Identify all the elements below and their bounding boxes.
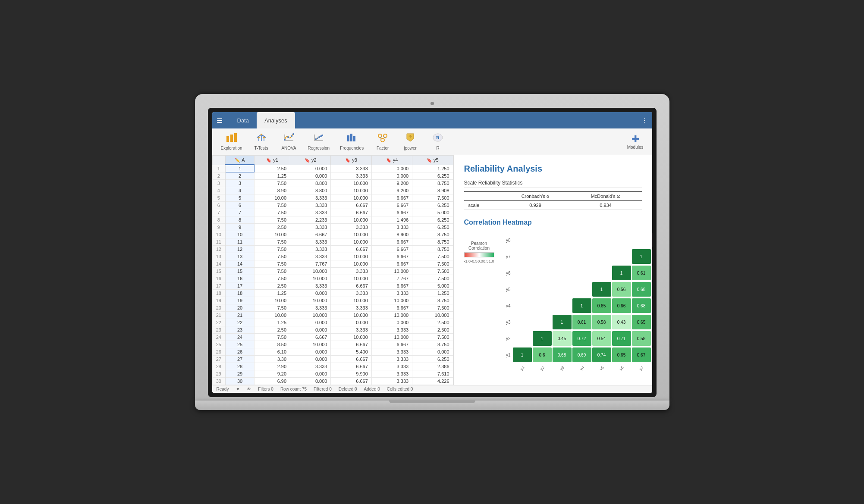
- top-bar: ☰ Data Analyses ⋮: [212, 112, 652, 128]
- reliability-row: scale 0.929 0.934: [464, 201, 642, 210]
- col-header-y4[interactable]: 🔖 y4: [371, 156, 412, 165]
- menu-icon[interactable]: ☰: [217, 116, 223, 125]
- ribbon-frequencies[interactable]: Frequencies: [336, 131, 368, 152]
- table-row: 20207.503.3333.3336.6677.500: [212, 304, 453, 312]
- table-row: 27273.300.0006.6673.3336.250: [212, 356, 453, 363]
- heatmap-cell: 0.71: [612, 331, 631, 346]
- svg-text:R: R: [436, 135, 440, 140]
- col-header-y2[interactable]: 🔖 y2: [290, 156, 331, 165]
- screen: ☰ Data Analyses ⋮: [212, 112, 652, 393]
- heatmap-cell: 0.74: [592, 347, 611, 362]
- heatmap-cell: 0.75: [652, 266, 652, 280]
- col-header-y5[interactable]: 🔖 y5: [412, 156, 453, 165]
- table-row: 448.908.80010.0009.2008.908: [212, 187, 453, 194]
- table-row: 30306.900.0006.6673.3334.226: [212, 378, 453, 385]
- col-header-y3[interactable]: 🔖 y3: [331, 156, 371, 165]
- svg-point-17: [318, 136, 320, 138]
- results-panel: Reliability Analysis Scale Reliability S…: [454, 155, 652, 385]
- col-y3-icon: 🔖: [345, 158, 350, 163]
- heatmap-row: y710.71: [501, 249, 652, 264]
- camera: [430, 102, 434, 105]
- heatmap-cell: 0.61: [572, 315, 591, 329]
- heatmap-row: y210.450.720.540.710.580.61: [501, 331, 652, 346]
- svg-rect-21: [350, 134, 352, 141]
- ribbon: Exploration T-Tests: [212, 128, 652, 155]
- table-row: 5510.003.33310.0006.6677.500: [212, 194, 453, 202]
- jpower-label: jpower: [404, 146, 416, 150]
- table-row: 24247.506.66710.00010.0007.500: [212, 334, 453, 341]
- regression-icon: [313, 133, 325, 145]
- table-row: 16167.5010.00010.0007.7677.500: [212, 275, 453, 282]
- table-row: 777.503.3336.6676.6675.000: [212, 209, 453, 216]
- heatmap-cell: [513, 282, 532, 297]
- factor-label: Factor: [377, 146, 389, 150]
- heatmap-cell: [513, 298, 532, 313]
- heatmap-cell: 0.68: [553, 347, 572, 362]
- table-row: 11117.503.33310.0006.6678.750: [212, 238, 453, 246]
- ribbon-exploration[interactable]: Exploration: [217, 131, 247, 152]
- heatmap-row-label: y1: [501, 353, 511, 357]
- svg-rect-0: [226, 136, 229, 142]
- heatmap-cell: [513, 315, 532, 329]
- heatmap-cell: [572, 249, 591, 264]
- tab-analyses[interactable]: Analyses: [257, 112, 295, 128]
- ribbon-modules[interactable]: ✚ Modules: [623, 132, 648, 151]
- ribbon-ttests[interactable]: T-Tests: [248, 131, 274, 152]
- factor-icon: [377, 133, 389, 145]
- heatmap-cell: [553, 266, 572, 280]
- tab-data[interactable]: Data: [229, 112, 257, 128]
- heatmap-cell: [533, 266, 552, 280]
- svg-point-3: [258, 137, 260, 138]
- laptop-lid: ☰ Data Analyses ⋮: [195, 94, 669, 401]
- heatmap-cell: [553, 249, 572, 264]
- frequencies-icon: [346, 133, 358, 145]
- table-row: 212110.0010.00010.00010.00010.000: [212, 312, 453, 319]
- screen-bezel: ☰ Data Analyses ⋮: [208, 108, 657, 397]
- ribbon-regression[interactable]: Regression: [304, 131, 334, 152]
- more-icon[interactable]: ⋮: [641, 116, 648, 125]
- cronbach-value: 0.929: [501, 201, 569, 210]
- data-table: ✏️ A 🔖 y1: [212, 155, 453, 385]
- heatmap-cell: [533, 233, 552, 247]
- heatmap-cell: 0.65: [592, 298, 611, 313]
- heatmap-cell: 0.69: [572, 347, 591, 362]
- heatmap-cell: 0.72: [572, 331, 591, 346]
- ribbon-r[interactable]: R R: [425, 131, 451, 152]
- heatmap-row: y110.60.680.690.740.650.670.67: [501, 347, 652, 363]
- heatmap-cell: [572, 266, 591, 280]
- heatmap-cell: [612, 249, 631, 264]
- heatmap-cell: [553, 233, 572, 247]
- heatmap-cell: 0.61: [652, 331, 652, 346]
- heatmap-cell: [632, 233, 651, 247]
- scale-label: Scale Reliability Statistics: [464, 180, 642, 188]
- heatmap-cell: 1: [533, 331, 552, 346]
- table-row: 26266.100.0005.4003.3330.000: [212, 348, 453, 356]
- heatmap-cell: 0.68: [632, 298, 651, 313]
- svg-point-10: [291, 135, 292, 137]
- filters-text: Filters 0: [258, 387, 273, 391]
- col-y5-icon: 🔖: [427, 158, 432, 163]
- table-row: 15157.5010.0003.33310.0007.500: [212, 268, 453, 275]
- svg-point-4: [261, 134, 262, 135]
- heatmap-cell: [513, 249, 532, 264]
- ready-text: Ready: [217, 387, 229, 391]
- filter-icon: ▼: [236, 387, 240, 391]
- anova-icon: [283, 133, 295, 145]
- heatmap-cell: [553, 282, 572, 297]
- col-header-a[interactable]: ✏️ A: [225, 156, 254, 165]
- heatmap-row: y610.610.75: [501, 265, 652, 281]
- heatmap-cell: [533, 315, 552, 329]
- ribbon-jpower[interactable]: jpower: [397, 131, 423, 152]
- col-a-edit-icon: ✏️: [235, 158, 240, 163]
- heatmap-cell: 0.56: [612, 282, 631, 297]
- heatmap-title: Correlation Heatmap: [464, 219, 642, 226]
- ribbon-factor[interactable]: Factor: [370, 131, 396, 152]
- col-header-y1[interactable]: 🔖 y1: [254, 156, 290, 165]
- heatmap-cell: [533, 282, 552, 297]
- ribbon-anova[interactable]: ANOVA: [276, 131, 302, 152]
- row-count-text: Row count 75: [280, 387, 307, 391]
- heatmap-cell: [572, 233, 591, 247]
- table-row: 191910.0010.00010.00010.0008.750: [212, 297, 453, 304]
- legend-scale: -1.0 -0.5 0.0 0.5 1.0: [464, 259, 494, 263]
- table-row: 17172.503.3336.6676.6675.000: [212, 282, 453, 290]
